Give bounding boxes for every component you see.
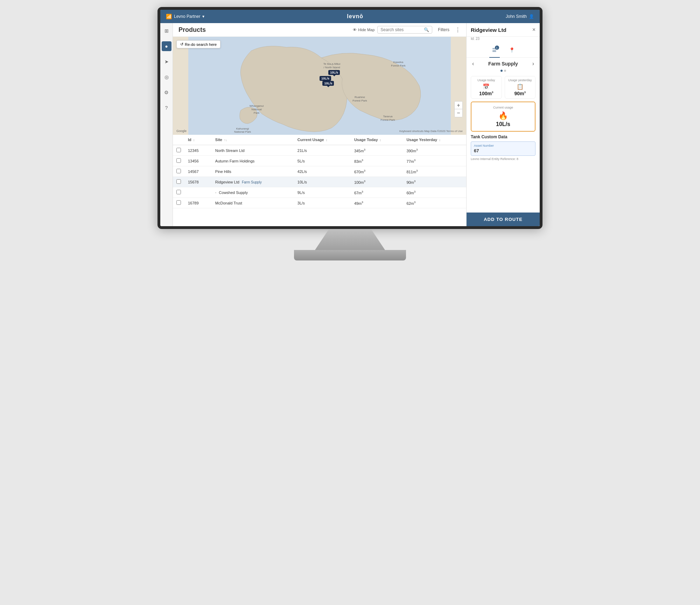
hide-map-button[interactable]: 👁 Hide Map bbox=[353, 28, 374, 32]
row-checkbox[interactable] bbox=[173, 177, 184, 187]
filters-button[interactable]: Filters bbox=[435, 26, 452, 33]
sidebar-icon-nav[interactable]: ➤ bbox=[162, 57, 172, 67]
usage-yesterday-icon: 📋 bbox=[508, 83, 533, 90]
right-panel: Ridgeview Ltd × Id: 23 ☰ 1 📍 ‹ bbox=[466, 23, 540, 226]
row-current-usage: 42L/s bbox=[294, 166, 351, 177]
checkbox-input-3[interactable] bbox=[176, 179, 181, 184]
wifi-icon: 📶 bbox=[166, 14, 172, 19]
th-usage-yesterday[interactable]: Usage Yesterday ↕ bbox=[403, 135, 466, 145]
panel-close-button[interactable]: × bbox=[532, 27, 536, 33]
panel-nav: ‹ Farm Supply › bbox=[467, 58, 540, 70]
redo-search-button[interactable]: ↺ Re-do search here bbox=[176, 40, 220, 48]
row-site[interactable]: • Cowshed Supply bbox=[212, 187, 294, 198]
row-checkbox[interactable] bbox=[173, 166, 184, 177]
zoom-in-button[interactable]: + bbox=[455, 102, 462, 109]
row-site[interactable]: Autumn Farm Holdings bbox=[212, 156, 294, 166]
svg-text:Forest Park: Forest Park bbox=[380, 118, 395, 121]
nav-prev-button[interactable]: ‹ bbox=[470, 60, 476, 68]
topbar: 📶 Levno Partner ▾ levnō John Smith 👤 bbox=[160, 10, 540, 23]
th-id[interactable]: Id ↕ bbox=[184, 135, 212, 145]
table-row[interactable]: 13456 Autumn Farm Holdings 5L/s 83m3 77m… bbox=[173, 156, 466, 166]
map-area: Whanganui National Park Te Ika-a-Māui / … bbox=[173, 37, 466, 135]
monitor-stand-bottom bbox=[294, 250, 406, 260]
checkbox-input-1[interactable] bbox=[176, 158, 181, 163]
nav-next-button[interactable]: › bbox=[530, 60, 536, 68]
sidebar-icon-settings[interactable]: ⚙ bbox=[162, 88, 172, 97]
th-usage-today[interactable]: Usage Today ↕ bbox=[351, 135, 403, 145]
partner-name[interactable]: Levno Partner bbox=[174, 14, 200, 19]
user-name[interactable]: John Smith bbox=[506, 14, 527, 19]
row-checkbox[interactable] bbox=[173, 145, 184, 156]
nav-dot-1 bbox=[500, 70, 503, 72]
map-marker-3[interactable]: 10L/s bbox=[322, 81, 334, 86]
tab-badge: 1 bbox=[495, 46, 499, 50]
svg-text:Tararua: Tararua bbox=[383, 115, 393, 118]
row-usage-yesterday: 77m3 bbox=[403, 156, 466, 166]
partner-dropdown-icon[interactable]: ▾ bbox=[202, 14, 204, 19]
monitor-wrapper: 📶 Levno Partner ▾ levnō John Smith 👤 ⊞ ●… bbox=[158, 7, 542, 260]
th-current-usage[interactable]: Current Usage ↕ bbox=[294, 135, 351, 145]
topbar-right: John Smith 👤 bbox=[506, 14, 534, 19]
table-row[interactable]: 14567 Pine Hills 42L/s 670m3 811m3 bbox=[173, 166, 466, 177]
row-id bbox=[184, 187, 212, 198]
row-site[interactable]: McDonald Trust bbox=[212, 198, 294, 208]
internal-ref: Levno Internal Entity Reference: 8 bbox=[471, 156, 536, 162]
search-input[interactable] bbox=[380, 27, 422, 32]
panel-header: Ridgeview Ltd × bbox=[467, 23, 540, 37]
content-area: Products 👁 Hide Map 🔍 Filters ⋮ bbox=[173, 23, 466, 226]
usage-yesterday-card: Usage yesterday 📋 90m3 bbox=[505, 76, 536, 99]
map-marker-1[interactable]: 10L/s bbox=[328, 70, 340, 75]
svg-text:National: National bbox=[251, 108, 262, 111]
usage-yesterday-label: Usage yesterday bbox=[508, 78, 533, 82]
row-checkbox[interactable] bbox=[173, 187, 184, 198]
map-marker-2[interactable]: 10L/s bbox=[320, 76, 331, 81]
row-site[interactable]: Ridgeview Ltd Farm Supply bbox=[212, 177, 294, 187]
row-site[interactable]: North Stream Ltd bbox=[212, 145, 294, 156]
table-row[interactable]: 15678 Ridgeview Ltd Farm Supply 10L/s 10… bbox=[173, 177, 466, 187]
more-options-button[interactable]: ⋮ bbox=[455, 27, 461, 33]
table-row[interactable]: 16789 McDonald Trust 3L/s 49m3 62m3 bbox=[173, 198, 466, 208]
row-checkbox[interactable] bbox=[173, 198, 184, 208]
user-icon: 👤 bbox=[529, 14, 534, 19]
row-usage-yesterday: 811m3 bbox=[403, 166, 466, 177]
app-title: levnō bbox=[347, 13, 363, 20]
header-controls: 👁 Hide Map 🔍 Filters ⋮ bbox=[353, 26, 461, 34]
table-row[interactable]: 12345 North Stream Ltd 21L/s 345m3 390m3 bbox=[173, 145, 466, 156]
usage-yesterday-value: 90m3 bbox=[508, 91, 533, 96]
usage-today-card: Usage today 📅 100m3 bbox=[471, 76, 502, 99]
search-icon: 🔍 bbox=[424, 27, 429, 32]
marker-label-2: 10L/s bbox=[321, 77, 329, 80]
checkbox-input-2[interactable] bbox=[176, 169, 181, 173]
row-current-usage: 3L/s bbox=[294, 198, 351, 208]
panel-id: Id: 23 bbox=[467, 37, 540, 43]
panel-tabs: ☰ 1 📍 bbox=[467, 43, 540, 58]
tab-list[interactable]: ☰ 1 bbox=[489, 45, 500, 55]
location-icon: 📍 bbox=[509, 47, 515, 53]
current-usage-value: 10L/s bbox=[475, 121, 531, 127]
hide-map-label: Hide Map bbox=[358, 28, 374, 32]
checkbox-input-0[interactable] bbox=[176, 148, 181, 152]
search-box: 🔍 bbox=[377, 26, 432, 34]
row-current-usage: 5L/s bbox=[294, 156, 351, 166]
table-row[interactable]: • Cowshed Supply 9L/s 67m3 60m3 bbox=[173, 187, 466, 198]
row-sub-tag: Farm Supply bbox=[242, 180, 262, 184]
page-title: Products bbox=[178, 26, 206, 34]
eye-icon: 👁 bbox=[353, 28, 357, 32]
sidebar-icon-map[interactable]: ● bbox=[162, 41, 172, 51]
checkbox-input-5[interactable] bbox=[176, 200, 181, 205]
sidebar-icon-help[interactable]: ? bbox=[162, 103, 172, 113]
row-id: 14567 bbox=[184, 166, 212, 177]
add-to-route-button[interactable]: ADD TO ROUTE bbox=[467, 213, 540, 226]
row-checkbox[interactable] bbox=[173, 156, 184, 166]
checkbox-input-4[interactable] bbox=[176, 190, 181, 194]
tab-location[interactable]: 📍 bbox=[507, 45, 517, 55]
sidebar-icon-grid[interactable]: ⊞ bbox=[162, 26, 172, 36]
svg-text:Whanganui: Whanganui bbox=[250, 104, 264, 107]
usage-row: Usage today 📅 100m3 Usage yesterday 📋 90… bbox=[467, 73, 540, 102]
current-usage-card: Current usage 🔥 10L/s bbox=[471, 102, 536, 132]
row-site[interactable]: Pine Hills bbox=[212, 166, 294, 177]
sidebar-icon-globe[interactable]: ◎ bbox=[162, 72, 172, 82]
zoom-out-button[interactable]: − bbox=[455, 109, 462, 117]
table-header-row: Id ↕ Site ↑↓ Current Usage ↕ Usage Today… bbox=[173, 135, 466, 145]
th-site[interactable]: Site ↑↓ bbox=[212, 135, 294, 145]
